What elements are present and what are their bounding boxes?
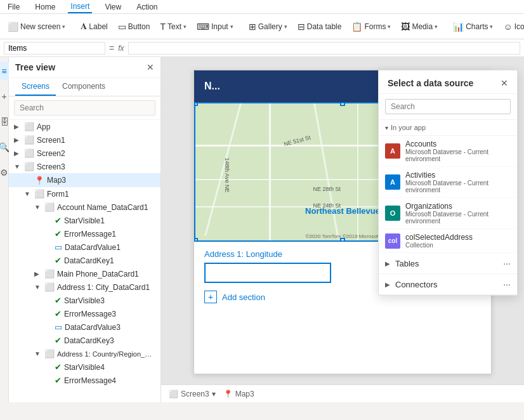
account-datacard-chevron[interactable]: ▼ [34,204,44,211]
menu-action[interactable]: Action [134,1,160,13]
tree-item-screen2[interactable]: ▶ ⬜ Screen2 [9,147,160,160]
tree-item-form1[interactable]: ▼ ⬜ Form1 [9,187,160,200]
tables-label: Tables [395,259,503,268]
dialog-close-button[interactable]: ✕ [501,78,508,88]
tree-item-datacardvalue3[interactable]: ▭ DataCardValue3 [9,320,160,334]
formula-bar: = fx [0,39,524,57]
tree-search-input[interactable] [14,100,155,115]
tree-label-country-datacard: Address 1: Country/Region_DataCar... [57,350,155,358]
tree-item-account-datacard[interactable]: ▼ ⬜ Account Name_DataCard1 [9,200,160,214]
tree-item-starvisible3[interactable]: ✔ StarVisible3 [9,294,160,307]
label-button[interactable]: 𝐀 Label [77,18,111,34]
tree-item-starvisible1[interactable]: ✔ StarVisible1 [9,214,160,227]
media-chevron: ▾ [435,23,438,30]
tree-item-errormessage1[interactable]: ✔ ErrorMessage1 [9,227,160,240]
city-datacard-chevron[interactable]: ▼ [34,284,44,291]
country-datacard-chevron[interactable]: ▼ [34,350,44,357]
connectors-label: Connectors [395,280,503,289]
tree-item-country-datacard[interactable]: ▼ ⬜ Address 1: Country/Region_DataCar... [9,347,160,360]
tree-item-datacardvalue1[interactable]: ▭ DataCardValue1 [9,240,160,254]
tree-item-screen3[interactable]: ▼ ⬜ Screen3 [9,160,160,173]
data-source-dialog: Select a data source ✕ ▾ In your app A A… [378,70,518,296]
dialog-search [379,94,517,120]
tree-label-mainphone: Main Phone_DataCard1 [57,270,155,279]
connectors-more-icon[interactable]: ··· [503,279,511,289]
screen-name: Screen3 [181,390,209,398]
tree-close-button[interactable]: ✕ [147,62,154,72]
media-button[interactable]: 🖼 Media ▾ [397,19,442,34]
dialog-item-colselectedaddress[interactable]: col colSelectedAddress Collection [379,229,517,253]
em1-icon: ✔ [55,229,62,239]
screen2-chevron[interactable]: ▶ [14,150,24,157]
tree-tabs: Screens Components [9,78,160,96]
tree-item-errormessage4[interactable]: ✔ ErrorMessage4 [9,374,160,387]
add-section-label: Add section [222,292,265,302]
button-button[interactable]: ▭ Button [114,19,154,34]
dialog-search-input[interactable] [385,99,511,114]
dialog-item-organizations[interactable]: O Organizations Microsoft Dataverse - Cu… [379,198,517,229]
tree-item-city-datacard[interactable]: ▼ ⬜ Address 1: City_DataCard1 [9,280,160,294]
app-chevron[interactable]: ▶ [14,123,24,130]
button-icon: ▭ [118,22,126,32]
canvas-inner: N... [161,57,524,384]
handle-top-left[interactable] [194,102,198,106]
mainphone-chevron[interactable]: ▶ [34,270,44,277]
dck1-icon: ✔ [55,256,62,265]
tree-item-datacardkey1[interactable]: ✔ DataCardKey1 [9,254,160,267]
dialog-item-accounts[interactable]: A Accounts Microsoft Dataverse - Current… [379,136,517,167]
formula-name-input[interactable] [4,42,105,55]
tree-item-datacardkey3[interactable]: ✔ DataCardKey3 [9,334,160,347]
app-icon: ⬜ [24,122,34,131]
menu-insert[interactable]: Insert [68,1,92,13]
tree-item-app[interactable]: ▶ ⬜ App [9,120,160,133]
tree-label-screen3: Screen3 [37,162,155,171]
forms-chevron: ▾ [388,23,391,30]
menu-view[interactable]: View [102,1,124,13]
tree-item-mainphone-datacard[interactable]: ▶ ⬜ Main Phone_DataCard1 [9,267,160,280]
tables-more-icon[interactable]: ··· [503,258,511,268]
toolbar: ⬜ New screen ▾ 𝐀 Label ▭ Button T Text ▾… [0,14,524,39]
label-icon: 𝐀 [81,21,87,32]
menu-home[interactable]: Home [32,1,58,13]
formula-expression-input[interactable] [128,42,520,55]
tab-screens[interactable]: Screens [15,78,56,96]
icons-button[interactable]: ☺ Icons [499,19,524,34]
sv1-icon: ✔ [55,216,62,225]
dialog-expand-connectors[interactable]: ▶ Connectors ··· [379,274,517,295]
tab-components[interactable]: Components [56,78,112,96]
tree-item-map3[interactable]: 📍 Map3 ··· [9,173,160,187]
text-button[interactable]: T Text ▾ [156,19,190,34]
charts-button[interactable]: 📊 Charts ▾ [449,19,497,34]
section-label: In your app [391,124,426,131]
new-screen-button[interactable]: ⬜ New screen ▾ [4,19,69,34]
tree-item-starvisible4[interactable]: ✔ StarVisible4 [9,360,160,374]
form-input[interactable] [204,263,331,283]
status-item[interactable]: 📍 Map3 [223,390,254,398]
dialog-title: Select a data source [388,78,473,88]
form1-chevron[interactable]: ▼ [24,190,34,197]
tree-item-errormessage3[interactable]: ✔ ErrorMessage3 [9,307,160,320]
input-button[interactable]: ⌨ Input ▾ [193,19,237,34]
dialog-item-activities[interactable]: A Activities Microsoft Dataverse - Curre… [379,167,517,198]
sv3-icon: ✔ [55,296,62,305]
handle-top-center[interactable] [340,102,345,106]
tree-item-screen1[interactable]: ▶ ⬜ Screen1 [9,133,160,147]
data-table-button[interactable]: ⊟ Data table [294,19,346,34]
handle-bottom-left[interactable] [194,238,198,242]
tree-label-screen2: Screen2 [37,149,155,158]
menu-file[interactable]: File [5,1,22,13]
dcv3-icon: ▭ [55,322,62,332]
data-table-icon: ⊟ [298,22,305,32]
screen3-chevron[interactable]: ▼ [14,163,24,170]
dialog-expand-tables[interactable]: ▶ Tables ··· [379,253,517,274]
screen1-chevron[interactable]: ▶ [14,136,24,143]
main-content: ≡ + 🗄 🔍 ⚙ Tree view ✕ Screens Components… [0,57,524,402]
gallery-chevron: ▾ [284,23,287,30]
gallery-button[interactable]: ⊞ Gallery ▾ [245,19,291,34]
dialog-in-your-app-section[interactable]: ▾ In your app [379,120,517,136]
status-screen[interactable]: ⬜ Screen3 ▾ [169,390,216,398]
handle-bottom-center[interactable] [340,238,345,242]
input-chevron: ▾ [230,23,233,30]
forms-button[interactable]: 📋 Forms ▾ [348,19,395,34]
mainphone-icon: ⬜ [44,269,55,279]
